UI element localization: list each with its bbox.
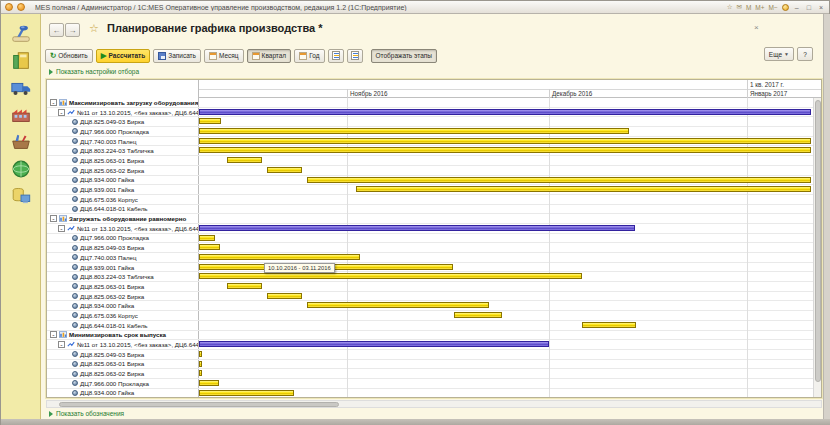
gantt-bar[interactable] xyxy=(199,244,220,250)
gantt-task-row[interactable]: -№11 от 13.10.2015, <без заказа>, ДЦ6.64… xyxy=(47,340,821,350)
gantt-bar[interactable] xyxy=(199,254,360,260)
collapse-expander-icon[interactable]: - xyxy=(58,225,65,232)
gantt-bar[interactable] xyxy=(199,351,202,357)
gantt-task-row[interactable]: ДЦ8.825.063-02 Бирка xyxy=(47,369,821,379)
minimize-button[interactable]: – xyxy=(793,4,801,11)
month-scale-button[interactable]: Месяц xyxy=(204,49,244,63)
close-form-icon[interactable]: × xyxy=(754,23,759,32)
refresh-button[interactable]: ↻ Обновить xyxy=(45,49,93,63)
gantt-task-row[interactable]: ДЦ8.825.063-02 Бирка xyxy=(47,292,821,302)
vscroll-thumb[interactable] xyxy=(815,100,821,382)
gantt-bar[interactable] xyxy=(199,128,629,134)
toolbox-icon[interactable] xyxy=(8,130,34,153)
hscroll-thumb[interactable] xyxy=(59,402,339,407)
scale-decrease-button[interactable] xyxy=(347,49,363,63)
calc-m-plus-icon[interactable]: M+ xyxy=(755,4,764,11)
gantt-bar[interactable] xyxy=(199,118,221,124)
gantt-group-row[interactable]: -Минимизировать срок выпуска xyxy=(47,331,821,341)
gantt-bar[interactable] xyxy=(199,361,202,367)
gantt-bar[interactable] xyxy=(199,341,549,347)
collapse-expander-icon[interactable]: - xyxy=(58,341,65,348)
show-legend-link[interactable]: Показать обозначения xyxy=(49,410,124,417)
year-scale-button[interactable]: Год xyxy=(294,49,324,63)
vertical-scrollbar[interactable] xyxy=(813,98,821,398)
gantt-task-row[interactable]: ДЦ8.803.224-03 Табличка xyxy=(47,146,821,156)
gantt-bar[interactable] xyxy=(199,109,811,115)
favorite-star-icon[interactable]: ☆ xyxy=(89,22,99,35)
gantt-bar[interactable] xyxy=(267,167,302,173)
gantt-bar[interactable] xyxy=(582,322,636,328)
collapse-expander-icon[interactable]: - xyxy=(50,215,57,222)
show-stages-toggle[interactable]: Отображать этапы xyxy=(371,49,437,63)
gantt-bar[interactable] xyxy=(199,225,635,231)
gantt-task-row[interactable]: ДЦ8.934.000 Гайка xyxy=(47,301,821,311)
truck-icon[interactable] xyxy=(8,76,34,99)
info-icon[interactable] xyxy=(782,4,789,11)
gantt-bar[interactable] xyxy=(199,390,294,396)
gantt-task-row[interactable]: ДЦ7.966.000 Прокладка xyxy=(47,127,821,137)
calc-m-icon[interactable]: M xyxy=(746,4,751,11)
mail-icon[interactable]: ✉ xyxy=(736,3,741,11)
show-filter-settings-link[interactable]: Показать настройки отбора xyxy=(49,68,139,75)
gantt-task-row[interactable]: ДЦ8.825.063-01 Бирка xyxy=(47,360,821,370)
database-computer-icon[interactable] xyxy=(8,184,34,207)
collapse-expander-icon[interactable]: - xyxy=(50,99,57,106)
calc-m-minus-icon[interactable]: M− xyxy=(769,4,778,11)
gantt-task-row[interactable]: ДЦ6.675.036 Корпус xyxy=(47,195,821,205)
back-button[interactable]: ← xyxy=(49,23,64,37)
gantt-bar[interactable] xyxy=(199,273,582,279)
gantt-task-row[interactable]: ДЦ8.825.063-01 Бирка xyxy=(47,282,821,292)
gantt-task-row[interactable]: ДЦ8.825.049-03 Бирка xyxy=(47,117,821,127)
window-menu-icon[interactable] xyxy=(5,3,13,11)
globe-icon[interactable] xyxy=(8,157,34,180)
gantt-bar[interactable] xyxy=(199,380,219,386)
gantt-task-row[interactable]: -№11 от 13.10.2015, <без заказа>, ДЦ6.64… xyxy=(47,108,821,118)
gantt-bar[interactable] xyxy=(199,138,811,144)
gantt-task-row[interactable]: ДЦ6.675.036 Корпус xyxy=(47,311,821,321)
gantt-task-row[interactable]: ДЦ8.825.063-02 Бирка xyxy=(47,166,821,176)
gantt-task-row[interactable]: ДЦ8.803.224-03 Табличка xyxy=(47,272,821,282)
calculate-button[interactable]: ▶ Рассчитать xyxy=(96,49,150,63)
gantt-task-row[interactable]: ДЦ6.644.018-01 Кабель xyxy=(47,321,821,331)
gantt-group-row[interactable]: -Максимизировать загрузку оборудования xyxy=(47,98,821,108)
save-button[interactable]: Записать xyxy=(153,49,201,63)
gantt-task-row[interactable]: ДЦ8.939.001 Гайка10.10.2016 - 03.11.2016 xyxy=(47,263,821,273)
gantt-bar[interactable] xyxy=(454,312,502,318)
restore-button[interactable]: □ xyxy=(805,4,813,11)
collapse-expander-icon[interactable]: - xyxy=(58,109,65,116)
gantt-bar[interactable] xyxy=(199,370,202,376)
close-button[interactable]: × xyxy=(817,4,825,11)
gantt-bar[interactable] xyxy=(199,235,215,241)
collapse-expander-icon[interactable]: - xyxy=(50,331,57,338)
scale-increase-button[interactable] xyxy=(328,49,344,63)
more-button[interactable]: Еще ▼ xyxy=(764,47,794,61)
factory-icon[interactable] xyxy=(8,103,34,126)
gantt-bar[interactable] xyxy=(356,186,811,192)
gantt-group-row[interactable]: -Загружать оборудование равномерно xyxy=(47,214,821,224)
forward-button[interactable]: → xyxy=(65,23,80,37)
gantt-bar[interactable] xyxy=(199,147,811,153)
gantt-task-row[interactable]: ДЦ8.939.001 Гайка xyxy=(47,185,821,195)
gantt-bar[interactable] xyxy=(227,157,262,163)
gantt-bar[interactable] xyxy=(307,177,811,183)
gantt-task-row[interactable]: ДЦ8.825.063-01 Бирка xyxy=(47,156,821,166)
gantt-task-row[interactable]: -№11 от 13.10.2015, <без заказа>, ДЦ6.64… xyxy=(47,224,821,234)
gantt-bar[interactable] xyxy=(307,302,489,308)
help-button[interactable]: ? xyxy=(797,47,813,61)
gantt-bar[interactable] xyxy=(227,283,262,289)
desk-lamp-icon[interactable] xyxy=(8,22,34,45)
gantt-task-row[interactable]: ДЦ8.934.000 Гайка xyxy=(47,176,821,186)
horizontal-scrollbar[interactable] xyxy=(46,400,822,408)
gantt-task-row[interactable]: ДЦ8.825.049-03 Бирка xyxy=(47,243,821,253)
gantt-task-row[interactable]: ДЦ6.644.018-01 Кабель xyxy=(47,205,821,215)
gantt-task-row[interactable]: ДЦ7.740.003 Палец xyxy=(47,253,821,263)
gantt-task-row[interactable]: ДЦ8.934.000 Гайка xyxy=(47,389,821,398)
catalog-books-icon[interactable] xyxy=(8,49,34,72)
gantt-bar[interactable] xyxy=(267,293,302,299)
window-menu-icon-2[interactable] xyxy=(17,3,25,11)
gantt-task-row[interactable]: ДЦ7.966.000 Прокладка xyxy=(47,234,821,244)
favorites-star-icon[interactable]: ☆ xyxy=(727,3,733,11)
gantt-task-row[interactable]: ДЦ7.966.000 Прокладка xyxy=(47,379,821,389)
quarter-scale-button[interactable]: Квартал xyxy=(247,49,292,63)
gantt-task-row[interactable]: ДЦ7.740.003 Палец xyxy=(47,137,821,147)
